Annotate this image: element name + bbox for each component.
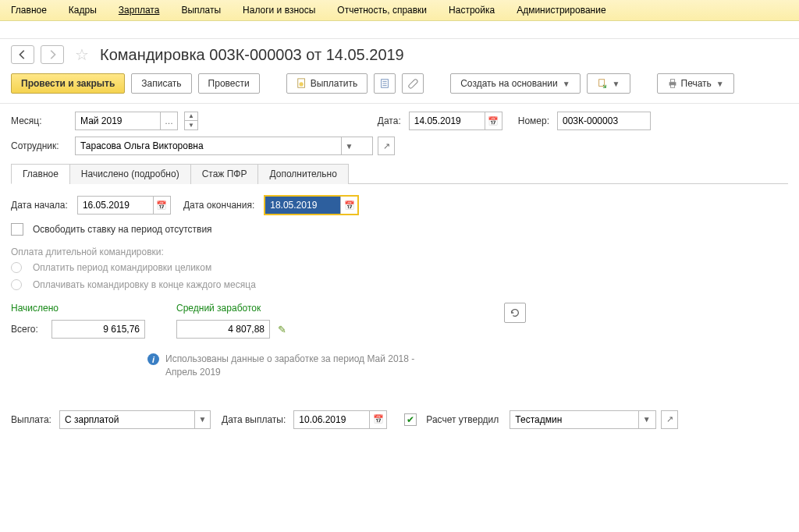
pay-button[interactable]: Выплатить (286, 73, 368, 94)
print-button[interactable]: Печать ▼ (657, 73, 734, 94)
month-up-button[interactable]: ▲ (184, 112, 198, 121)
approver-dropdown[interactable]: ▼ (638, 411, 654, 428)
approved-checkbox[interactable]: ✔ (404, 413, 417, 426)
month-down-button[interactable]: ▼ (184, 121, 198, 130)
page-title: Командировка 003К-000003 от 14.05.2019 (100, 46, 404, 64)
menu-item-payouts[interactable]: Выплаты (181, 5, 221, 16)
menu-item-staff[interactable]: Кадры (69, 5, 97, 16)
nav-forward-button[interactable] (41, 45, 64, 64)
header-row: ☆ Командировка 003К-000003 от 14.05.2019 (0, 39, 799, 69)
toolbar: Провести и закрыть Записать Провести Вып… (0, 69, 799, 104)
approved-label: Расчет утвердил (426, 414, 499, 425)
calendar-icon[interactable]: 📅 (340, 197, 357, 214)
start-date-group: 📅 (77, 196, 171, 215)
tabs: Главное Начислено (подробно) Стаж ПФР До… (11, 163, 788, 184)
caret-down-icon: ▼ (563, 80, 570, 88)
document-date-input-group: 📅 (409, 112, 502, 130)
caret-down-icon: ▼ (716, 80, 724, 88)
total-label: Всего: (11, 324, 47, 335)
export-dropdown-button[interactable]: ▼ (587, 73, 630, 94)
printer-icon (667, 78, 678, 89)
calendar-icon[interactable]: 📅 (369, 411, 386, 428)
end-date-label: Дата окончания: (183, 200, 254, 211)
main-menu: Главное Кадры Зарплата Выплаты Налоги и … (0, 0, 799, 21)
approver-open-button[interactable]: ↗ (661, 410, 678, 429)
form-body: Месяц: … ▲ ▼ Дата: 📅 Номер: Сотрудник: ▼… (0, 104, 799, 437)
menu-item-salary[interactable]: Зарплата (119, 5, 160, 16)
approver-input[interactable] (510, 411, 638, 428)
document-date-input[interactable] (410, 112, 485, 129)
pay-monthly-radio[interactable] (11, 279, 22, 290)
number-label: Номер: (518, 115, 549, 126)
info-row: i Использованы данные о заработке за пер… (147, 353, 444, 379)
post-and-close-button[interactable]: Провести и закрыть (11, 73, 125, 94)
favorite-star-icon[interactable]: ☆ (70, 45, 94, 64)
total-input[interactable] (51, 320, 145, 339)
print-label: Печать (681, 78, 712, 89)
menu-item-main[interactable]: Главное (11, 5, 47, 16)
tab-accrued-detail[interactable]: Начислено (подробно) (69, 164, 191, 184)
attachment-button[interactable] (402, 73, 424, 94)
end-date-input[interactable] (265, 197, 340, 214)
post-button[interactable]: Провести (198, 73, 260, 94)
month-input[interactable] (75, 112, 161, 130)
caret-down-icon: ▼ (613, 80, 620, 88)
paperclip-icon (407, 78, 418, 89)
avg-earn-input[interactable] (176, 320, 270, 339)
payout-type-input[interactable] (60, 411, 194, 428)
arrow-right-icon (47, 49, 58, 60)
free-rate-checkbox[interactable] (11, 223, 23, 236)
tab-pfr[interactable]: Стаж ПФР (190, 164, 259, 184)
free-rate-label: Освободить ставку на период отсутствия (33, 224, 212, 235)
pay-full-label: Оплатить период командировки целиком (33, 262, 211, 273)
document-list-icon (379, 78, 390, 89)
menu-item-settings[interactable]: Настройка (449, 5, 495, 16)
tab-additional[interactable]: Дополнительно (257, 164, 348, 184)
menu-item-reports[interactable]: Отчетность, справки (337, 5, 427, 16)
pay-full-radio[interactable] (11, 262, 22, 273)
edit-avg-button[interactable]: ✎ (278, 324, 286, 335)
employee-open-button[interactable]: ↗ (378, 137, 395, 155)
menu-item-admin[interactable]: Администрирование (517, 5, 605, 16)
avg-earn-header: Средний заработок (176, 303, 286, 314)
save-button[interactable]: Записать (131, 73, 191, 94)
calendar-icon[interactable]: 📅 (485, 112, 502, 129)
start-date-label: Дата начала: (11, 200, 68, 211)
svg-rect-9 (670, 85, 674, 88)
menu-item-taxes[interactable]: Налоги и взносы (243, 5, 315, 16)
start-date-input[interactable] (78, 197, 153, 214)
pay-monthly-label: Оплачивать командировку в конце каждого … (33, 279, 256, 290)
document-money-icon (297, 78, 307, 89)
employee-label: Сотрудник: (11, 140, 70, 151)
refresh-icon (510, 307, 520, 318)
month-select-button[interactable]: … (161, 112, 178, 130)
svg-rect-8 (670, 80, 674, 83)
refresh-calc-button[interactable] (504, 303, 526, 323)
create-based-button[interactable]: Создать на основании ▼ (450, 73, 580, 94)
info-icon: i (147, 353, 159, 365)
pay-button-label: Выплатить (311, 78, 358, 89)
payout-date-input[interactable] (294, 411, 369, 428)
create-based-label: Создать на основании (460, 78, 558, 89)
payout-label: Выплата: (11, 414, 55, 425)
employee-dropdown-button[interactable]: ▼ (341, 137, 357, 154)
info-text: Использованы данные о заработке за перио… (165, 353, 444, 379)
nav-back-button[interactable] (11, 45, 34, 64)
svg-point-1 (299, 82, 303, 86)
tab-main[interactable]: Главное (11, 164, 70, 184)
end-date-group: 📅 (264, 195, 359, 215)
number-input[interactable] (557, 112, 651, 130)
calendar-icon[interactable]: 📅 (153, 197, 170, 214)
export-document-icon (597, 78, 608, 89)
date-label: Дата: (378, 115, 401, 126)
document-list-button[interactable] (374, 73, 396, 94)
payout-date-label: Дата выплаты: (222, 414, 286, 425)
arrow-left-icon (17, 49, 28, 60)
month-label: Месяц: (11, 115, 70, 126)
payout-type-dropdown[interactable]: ▼ (194, 411, 210, 428)
employee-input[interactable] (76, 137, 341, 154)
long-trip-label: Оплата длительной командировки: (11, 246, 788, 257)
accrued-header: Начислено (11, 303, 145, 314)
